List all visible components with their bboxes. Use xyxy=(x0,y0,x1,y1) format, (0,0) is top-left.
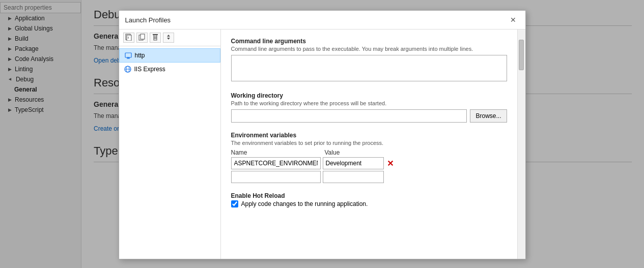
move-profile-icon xyxy=(165,34,172,42)
command-line-args-desc: Command line arguments to pass to the ex… xyxy=(231,46,507,52)
working-directory-row: Browse... xyxy=(231,109,507,123)
svg-rect-4 xyxy=(141,34,145,39)
env-vars-header: Name Value xyxy=(231,149,507,156)
copy-profile-icon xyxy=(138,34,146,42)
working-directory-label: Working directory xyxy=(231,92,507,99)
env-vars-label: Environment variables xyxy=(231,132,507,139)
env-row-2 xyxy=(231,171,507,183)
env-value-input-1[interactable] xyxy=(323,157,384,169)
profile-http-icon xyxy=(125,52,132,59)
command-line-args-label: Command line arguments xyxy=(231,38,507,45)
new-profile-icon xyxy=(125,34,132,42)
env-delete-button-1[interactable]: ✕ xyxy=(386,159,395,168)
scrollbar-thumb[interactable] xyxy=(519,40,524,70)
env-value-header: Value xyxy=(325,149,507,156)
hot-reload-checkbox-label: Apply code changes to the running applic… xyxy=(241,200,368,207)
move-profile-button[interactable] xyxy=(163,33,174,43)
hot-reload-checkbox-row: Apply code changes to the running applic… xyxy=(231,200,507,207)
profile-list: http IIS Express xyxy=(119,46,220,259)
dialog-right-panel: Command line arguments Command line argu… xyxy=(221,29,517,259)
hot-reload-checkbox[interactable] xyxy=(231,200,238,207)
dialog-overlay: Launch Profiles ✕ xyxy=(0,0,644,268)
working-directory-input[interactable] xyxy=(231,109,467,123)
svg-rect-1 xyxy=(127,35,131,41)
working-directory-section: Working directory Path to the working di… xyxy=(231,92,507,123)
profile-item-iis-express[interactable]: IIS Express xyxy=(119,63,220,76)
svg-marker-10 xyxy=(167,35,170,37)
dialog-close-button[interactable]: ✕ xyxy=(507,15,519,25)
env-vars-section: Environment variables The environment va… xyxy=(231,132,507,183)
env-value-input-2[interactable] xyxy=(323,171,384,183)
new-profile-button[interactable] xyxy=(123,33,134,43)
working-directory-desc: Path to the working directory where the … xyxy=(231,100,507,106)
dialog-body: http IIS Express xyxy=(119,29,525,259)
dialog-toolbar xyxy=(119,29,220,46)
profile-http-label: http xyxy=(135,52,145,59)
dialog-title: Launch Profiles xyxy=(125,16,171,24)
dialog-scrollbar[interactable] xyxy=(517,29,525,259)
env-name-input-1[interactable] xyxy=(231,157,321,169)
command-line-args-input[interactable] xyxy=(231,55,507,81)
hot-reload-section: Enable Hot Reload Apply code changes to … xyxy=(231,192,507,207)
delete-profile-button[interactable] xyxy=(150,33,161,43)
profile-iis-icon xyxy=(124,66,131,73)
browse-button[interactable]: Browse... xyxy=(470,109,507,123)
launch-profiles-dialog: Launch Profiles ✕ xyxy=(119,10,526,259)
svg-rect-12 xyxy=(125,53,131,57)
svg-marker-11 xyxy=(167,38,170,40)
profile-iis-label: IIS Express xyxy=(134,66,165,73)
env-name-header: Name xyxy=(231,149,323,156)
env-name-input-2[interactable] xyxy=(231,171,321,183)
delete-profile-icon xyxy=(152,34,159,42)
hot-reload-label: Enable Hot Reload xyxy=(231,192,507,199)
dialog-title-bar: Launch Profiles ✕ xyxy=(119,11,525,29)
env-vars-desc: The environment variables to set prior t… xyxy=(231,140,507,146)
copy-profile-button[interactable] xyxy=(136,33,148,43)
env-row-1: ✕ xyxy=(231,157,507,169)
dialog-left-panel: http IIS Express xyxy=(119,29,221,259)
command-line-args-section: Command line arguments Command line argu… xyxy=(231,38,507,83)
profile-item-http[interactable]: http xyxy=(119,48,220,63)
